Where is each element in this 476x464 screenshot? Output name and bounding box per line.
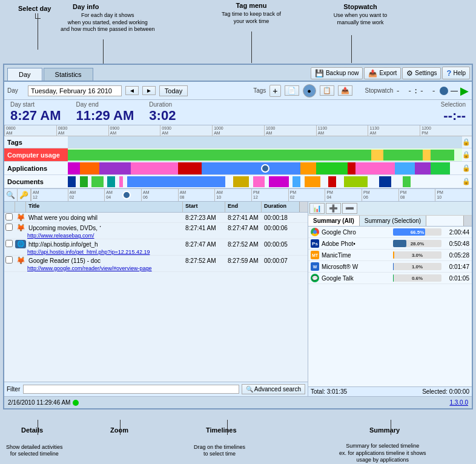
export-button[interactable]: 📤 Export: [364, 67, 401, 79]
next-day-button[interactable]: ►: [142, 86, 156, 95]
sum-selected-label: Selected: 0:00:00: [422, 388, 469, 395]
tab-day[interactable]: Day: [7, 68, 42, 81]
timelines-annotation-label: Timelines: [206, 426, 237, 434]
summary-annotation-label: Summary: [369, 426, 400, 434]
filter-icon[interactable]: 🔑: [19, 191, 28, 199]
selection-label: Selection: [441, 101, 466, 108]
lower-tick-08: AM08: [178, 189, 215, 201]
tag-add-button[interactable]: +: [269, 85, 280, 97]
summary-all-tab[interactable]: Summary (All): [308, 216, 360, 226]
row2-duration: 00:00:06: [262, 225, 299, 231]
day-nav-label: Day: [7, 87, 24, 94]
tab-statistics[interactable]: Statistics: [44, 68, 93, 81]
search-icon[interactable]: 🔍: [6, 191, 15, 199]
lower-tick-04pm: PM04: [325, 189, 362, 201]
day-start-label: Day start: [10, 101, 61, 108]
documents-lock-icon: 🔒: [462, 177, 472, 185]
gtalk-time: 0:01:05: [444, 275, 469, 282]
col-check: [4, 202, 15, 212]
applications-timeline-row[interactable]: Applications 🔒: [4, 162, 472, 175]
tags-label: Tags: [253, 87, 266, 94]
backup-button[interactable]: 💾 Backup now: [311, 67, 363, 79]
summary-row-chrome[interactable]: Google Chro 66.5% 2:00:44: [308, 227, 472, 238]
row3-checkbox[interactable]: [5, 240, 13, 247]
sw-dash: —: [451, 87, 458, 95]
backup-icon: 💾: [315, 69, 324, 78]
tags-timeline-row[interactable]: Tags 🔒: [4, 136, 472, 148]
row4-end: 8:27:59 AM: [225, 257, 262, 264]
tags-lock-icon: 🔒: [462, 138, 472, 146]
filter-label: Filter: [7, 386, 20, 393]
today-button[interactable]: Today: [159, 85, 188, 96]
lower-tick-06pm: PM06: [362, 189, 398, 201]
row1-start: 8:27:23 AM: [183, 214, 225, 221]
col-end[interactable]: End: [225, 202, 262, 212]
ruler-tick-0930: 0930AM: [160, 125, 212, 136]
row3-start: 8:27:47 AM: [183, 241, 225, 248]
ruler-tick-1100: 1100AM: [316, 125, 368, 136]
timelines-annotation-desc: Drag on the timelinesto select time: [194, 444, 245, 458]
date-input[interactable]: [28, 85, 122, 96]
summary-row-manictime[interactable]: MT ManicTime 3.0% 0:05:28: [308, 250, 472, 261]
summary-row-microsoft[interactable]: W Microsoft® W 1.0% 0:01:47: [308, 261, 472, 273]
tag-list-button[interactable]: 📋: [320, 85, 334, 96]
row4-start: 8:27:52 AM: [183, 257, 225, 264]
sum-tool-1[interactable]: 📊: [309, 203, 325, 214]
tag-page-button[interactable]: 📄: [285, 85, 299, 96]
row2-checkbox[interactable]: [5, 224, 13, 231]
chrome-icon: [311, 228, 319, 236]
day-start-value: 8:27 AM: [10, 108, 61, 124]
duration-label: Duration: [149, 101, 176, 108]
settings-button[interactable]: ⚙ Settings: [402, 67, 441, 79]
row2-title: Upcoming movies, DVDs, ʼ: [26, 225, 183, 231]
list-scrollbar[interactable]: [299, 202, 308, 212]
computer-usage-timeline-row[interactable]: Computer usage 🔒: [4, 148, 472, 162]
col-title[interactable]: Title: [26, 202, 183, 212]
documents-label: Documents: [4, 178, 68, 185]
lower-tick-08pm: PM08: [398, 189, 435, 201]
summary-scrollbar[interactable]: [463, 216, 472, 226]
applications-label: Applications: [4, 165, 68, 172]
advanced-search-button[interactable]: 🔍 Advanced search: [242, 384, 305, 394]
summary-row-gtalk[interactable]: 💬 Google Talk 0.6% 0:01:05: [308, 273, 472, 284]
version-link[interactable]: 1.3.0.0: [449, 399, 468, 406]
lower-tick-12: AM12: [31, 189, 68, 201]
ruler-tick-0830: 0830AM: [56, 125, 108, 136]
day-info-label: Day info: [73, 3, 99, 10]
summary-selection-tab[interactable]: Summary (Selection): [360, 216, 426, 226]
sum-tool-3[interactable]: ➖: [342, 203, 357, 214]
row2-start: 8:27:41 AM: [183, 225, 225, 231]
row1-title: What were you doing whil: [26, 214, 183, 221]
applications-lock-icon: 🔒: [462, 164, 472, 172]
filter-input[interactable]: [23, 385, 239, 394]
tag-export-button[interactable]: 📤: [338, 85, 352, 96]
row4-url[interactable]: http://www.google.com/reader/view/#overv…: [4, 265, 308, 271]
lower-tick-10pm: PM10: [435, 189, 472, 201]
row1-checkbox[interactable]: [5, 213, 13, 220]
gtalk-name: Google Talk: [322, 275, 391, 282]
summary-row-adobe[interactable]: Ps Adobe Phot• 28.0% 0:50:48: [308, 238, 472, 250]
documents-timeline-row[interactable]: Documents 🔒: [4, 175, 472, 188]
sw-bullet[interactable]: [440, 87, 448, 95]
summary-annotation-desc: Summary for selected timelineex. for app…: [339, 443, 426, 464]
row2-url[interactable]: http://www.releasebag.com/: [4, 233, 308, 239]
day-end-label: Day end: [76, 101, 134, 108]
summary-panel: 📊 ➕ ➖ Summary (All) Summary (Selection): [308, 202, 472, 396]
sw-play-button[interactable]: ▶: [460, 84, 469, 98]
prev-day-button[interactable]: ◄: [125, 86, 139, 95]
lower-tick-12pm: PM12: [251, 189, 288, 201]
details-annotation-label: Details: [21, 426, 43, 434]
sum-tool-2[interactable]: ➕: [326, 203, 341, 214]
microsoft-name: Microsoft® W: [322, 263, 391, 270]
help-button[interactable]: ? Help: [442, 67, 470, 79]
row4-checkbox[interactable]: [5, 256, 13, 263]
list-item: 🦊 Google Reader (115) - doc 8:27:52 AM 8…: [4, 256, 308, 272]
row3-url[interactable]: http://api.hostip.info/get_html.php?ip=1…: [4, 249, 308, 255]
ruler-tick-1000: 1000AM: [212, 125, 264, 136]
col-start[interactable]: Start: [183, 202, 225, 212]
row3-end: 8:27:52 AM: [225, 241, 262, 248]
status-dot: [73, 400, 79, 406]
adobe-time: 0:50:48: [444, 240, 469, 247]
col-duration[interactable]: Duration: [262, 202, 299, 212]
tag-bullet-button[interactable]: ●: [303, 84, 316, 98]
